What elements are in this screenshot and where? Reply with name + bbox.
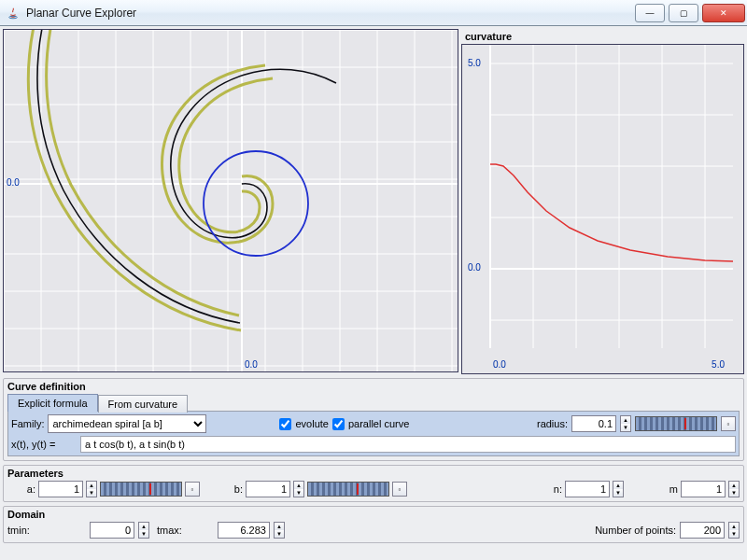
m-spinner[interactable]: ▲▼ <box>728 481 740 497</box>
parameters-title: Parameters <box>7 468 740 479</box>
xy-label: x(t), y(t) = <box>11 439 77 450</box>
m-input[interactable] <box>681 481 726 497</box>
main-plot-panel: 0.0 0.0 <box>3 29 458 374</box>
radius-reset-button[interactable]: ▫ <box>721 416 736 431</box>
npts-label: Number of points: <box>595 525 676 536</box>
radius-input[interactable] <box>571 415 616 432</box>
b-gauge[interactable] <box>307 482 389 497</box>
n-input[interactable] <box>565 481 610 497</box>
curve-definition-group: Curve definition Explicit formula From c… <box>3 378 744 461</box>
close-button[interactable]: ✕ <box>702 4 745 22</box>
domain-title: Domain <box>7 509 740 520</box>
curv-x1: 5.0 <box>712 359 725 370</box>
curve-definition-title: Curve definition <box>7 381 740 392</box>
domain-group: Domain tmin: ▲▼ tmax: ▲▼ Number of point… <box>3 506 744 543</box>
curvedef-tabs: Explicit formula From curvature <box>7 394 740 412</box>
curv-y1: 5.0 <box>468 58 481 68</box>
evolute-checkbox[interactable] <box>279 418 291 430</box>
a-gauge[interactable] <box>100 482 182 497</box>
a-input[interactable] <box>38 481 83 497</box>
a-label: a: <box>7 483 35 495</box>
svg-point-26 <box>204 151 308 256</box>
xy-formula-input[interactable] <box>80 436 736 453</box>
maximize-button[interactable]: ▢ <box>669 4 698 22</box>
n-spinner[interactable]: ▲▼ <box>613 481 624 497</box>
b-reset-button[interactable]: ▫ <box>392 482 407 497</box>
b-spinner[interactable]: ▲▼ <box>293 481 304 497</box>
npts-input[interactable] <box>680 522 725 539</box>
curv-y0: 0.0 <box>468 262 481 273</box>
window-title: Planar Curve Explorer <box>26 7 633 20</box>
parameters-group: Parameters a: ▲▼ ▫ b: ▲▼ ▫ n: ▲▼ <box>3 465 744 502</box>
main-plot[interactable]: 0.0 0.0 <box>3 29 458 372</box>
b-label: b: <box>224 483 243 495</box>
b-input[interactable] <box>246 481 290 497</box>
curvature-title: curvature <box>461 29 744 44</box>
main-plot-y0-label: 0.0 <box>7 177 20 188</box>
minimize-button[interactable]: — <box>635 4 665 22</box>
titlebar: Planar Curve Explorer — ▢ ✕ <box>0 0 747 26</box>
radius-label: radius: <box>537 418 568 429</box>
tmin-label: tmin: <box>7 525 45 536</box>
tab-from-curvature[interactable]: From curvature <box>98 395 189 413</box>
m-label: m <box>659 483 678 495</box>
family-label: Family: <box>11 418 44 429</box>
tmax-label: tmax: <box>157 525 182 536</box>
parallel-checkbox[interactable] <box>332 418 345 430</box>
a-spinner[interactable]: ▲▼ <box>86 481 97 497</box>
tmax-input[interactable] <box>218 522 270 539</box>
curvature-panel: curvature 5.0 0.0 0.0 5.0 <box>461 29 744 374</box>
n-label: n: <box>543 483 562 495</box>
curv-x0: 0.0 <box>493 359 506 370</box>
family-select[interactable]: archimedean spiral [a b] <box>48 414 206 433</box>
tmax-spinner[interactable]: ▲▼ <box>274 522 285 539</box>
evolute-label: evolute <box>295 418 328 429</box>
main-plot-x0-label: 0.0 <box>245 359 258 370</box>
tmin-spinner[interactable]: ▲▼ <box>138 522 149 539</box>
curvature-plot[interactable]: 5.0 0.0 0.0 5.0 <box>461 44 744 374</box>
tab-body-explicit: Family: archimedean spiral [a b] evolute… <box>7 411 740 456</box>
radius-spinner[interactable]: ▲▼ <box>620 415 631 432</box>
window-buttons: — ▢ ✕ <box>633 2 747 24</box>
a-reset-button[interactable]: ▫ <box>185 482 200 497</box>
radius-gauge[interactable] <box>635 416 717 431</box>
tab-explicit-formula[interactable]: Explicit formula <box>7 394 98 412</box>
java-icon <box>6 6 21 21</box>
parallel-label: parallel curve <box>348 418 409 429</box>
tmin-input[interactable] <box>90 522 134 539</box>
npts-spinner[interactable]: ▲▼ <box>728 522 740 539</box>
